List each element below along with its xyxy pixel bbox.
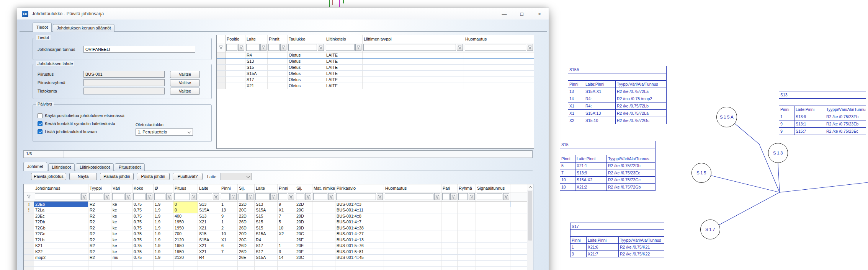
poista-johdin-button[interactable]: Poista johdin — [137, 173, 170, 180]
column-header-piirikaavio[interactable]: Piirikaavio — [335, 184, 384, 192]
filter-input-sij[interactable] — [296, 193, 304, 200]
filter-input-pinnit[interactable] — [268, 44, 280, 51]
cad-device-circle-s15[interactable]: S15 — [691, 163, 711, 183]
tab-liitinkotelotiedot[interactable]: Liitinkotelotiedot — [76, 163, 114, 171]
oletustaulukko-combobox[interactable]: 1. Perusluettelo — [136, 128, 193, 136]
column-header-pinnit[interactable]: Pinnit — [268, 35, 288, 43]
filter-funnel-button-sij[interactable] — [305, 193, 311, 200]
table-row[interactable]: K22R2ke0.751.91950X21726DS17320EBUS-001:… — [24, 249, 527, 255]
column-header-tyyppi[interactable]: Tyyppi — [88, 184, 111, 192]
valitse-button-piirustus[interactable]: Valitse — [170, 71, 200, 78]
filter-funnel-button-v-ri[interactable] — [125, 193, 131, 200]
table-row[interactable]: !23EbR2ke0.751.90S13122DS13922DBUS-001:4… — [24, 201, 527, 207]
column-header-johdintunnus[interactable]: Johdintunnus — [34, 184, 88, 192]
column-header-x[interactable]: Ø — [154, 184, 173, 192]
column-header-pituus[interactable]: Pituus — [173, 184, 198, 192]
filter-funnel-button-huomautus[interactable] — [527, 44, 533, 51]
filter-input-liittimen-tyyppi[interactable] — [363, 44, 456, 51]
cad-device-circle-s17[interactable]: S17 — [700, 220, 720, 239]
column-header-mat-nimike[interactable]: Mat. nimike — [312, 184, 335, 192]
filter-input-laite[interactable] — [199, 193, 212, 200]
table-row[interactable]: S13OletusLAITE — [217, 58, 534, 64]
p-ivit-johdotus-button[interactable]: Päivitä johdotus — [31, 173, 66, 180]
filter-funnel-button-liittimen-tyyppi[interactable] — [457, 44, 463, 51]
filter-funnel-button-laite[interactable] — [213, 193, 219, 200]
column-header-laite[interactable]: Laite — [198, 184, 220, 192]
column-header-koko[interactable]: Koko — [132, 184, 154, 192]
filter-input-piirikaavio[interactable] — [336, 193, 376, 200]
filter-input-laite[interactable] — [255, 193, 270, 200]
table-row[interactable] — [24, 267, 527, 270]
table-row[interactable]: 72GcR2ke0.751.9700S151020DS15AX220CBUS-0… — [24, 231, 527, 237]
table-row[interactable]: 72DbR2ke0.751.91950X21126DS15520DBUS-001… — [24, 219, 527, 225]
filter-funnel-button[interactable] — [25, 193, 33, 200]
source-field-piirustus[interactable] — [83, 71, 165, 78]
filter-funnel-button-mat-nimike[interactable] — [328, 193, 334, 200]
tab-johtimet[interactable]: Johtimet — [23, 162, 47, 171]
filter-funnel-button-johdintunnus[interactable] — [81, 193, 87, 200]
filter-funnel-button-ryhm[interactable] — [469, 193, 475, 200]
filter-funnel-button-taulukko[interactable] — [318, 44, 324, 51]
wire-table-scrollbar[interactable] — [527, 184, 533, 270]
filter-input-laite[interactable] — [246, 44, 260, 51]
n-yt-button[interactable]: Näytä — [69, 173, 97, 180]
filter-funnel-button-huomautus[interactable] — [434, 193, 440, 200]
column-header-v-ri[interactable]: Väri — [111, 184, 132, 192]
filter-input-ryhm[interactable] — [458, 193, 468, 200]
filter-funnel-button-laite[interactable] — [260, 44, 266, 51]
filter-funnel-button-positio[interactable] — [238, 44, 244, 51]
filter-input-pituus[interactable] — [174, 193, 190, 200]
scroll-up-icon[interactable] — [527, 184, 533, 190]
column-header-pinni[interactable]: Pinni — [220, 184, 238, 192]
filter-input-tyyppi[interactable] — [89, 193, 103, 200]
filter-funnel-button[interactable] — [218, 44, 225, 51]
table-row[interactable]: 23EcR2ke0.751.9400S13922DS15720DBUS-001:… — [24, 213, 527, 219]
column-header-signaalitunnus[interactable]: Signaalitunnus — [476, 184, 510, 192]
filter-funnel-button-tyyppi[interactable] — [104, 193, 110, 200]
filter-input-x[interactable] — [154, 193, 165, 200]
filter-input-sij[interactable] — [239, 193, 247, 200]
tab-tiedot[interactable]: Tiedot — [33, 23, 52, 32]
filter-funnel-button-laite[interactable] — [270, 193, 276, 200]
table-row[interactable]: S17OletusLAITE — [217, 76, 534, 83]
table-row[interactable]: R4OletusLAITE — [217, 52, 534, 58]
johdinsarjan-tunnus-input[interactable] — [83, 46, 195, 53]
source-field-tietokanta[interactable] — [83, 88, 165, 94]
filter-funnel-button-sij[interactable] — [247, 193, 253, 200]
filter-funnel-button-signaalitunnus[interactable] — [503, 193, 509, 200]
column-header-liitinkotelo[interactable]: Liitinkotelo — [325, 35, 363, 43]
checkbox-ker-kontaktit-symbolin-laitetiedoista[interactable] — [38, 121, 43, 126]
column-header-laite[interactable]: Laite — [245, 35, 268, 43]
filter-input-pari[interactable] — [442, 193, 450, 200]
puuttuvat-button[interactable]: Puuttuvat? — [173, 173, 203, 180]
filter-funnel-button-pinnit[interactable] — [280, 44, 286, 51]
filter-input-johdintunnus[interactable] — [35, 193, 80, 200]
column-header-huomautus[interactable]: Huomautus — [384, 184, 441, 192]
table-row[interactable]: 72LbR2ke0.751.92120S15AX120CR426EBUS-001… — [24, 237, 527, 243]
filter-input-pinni[interactable] — [221, 193, 230, 200]
filter-funnel-button-pinni[interactable] — [288, 193, 294, 200]
valitse-button-tietokanta[interactable]: Valitse — [170, 88, 200, 95]
filter-funnel-button-pari[interactable] — [450, 193, 456, 200]
cad-device-circle-s15a[interactable]: S15A — [716, 107, 737, 127]
filter-funnel-button-pinni[interactable] — [230, 193, 237, 200]
filter-funnel-button-x[interactable] — [166, 193, 172, 200]
palauta-johdin-button[interactable]: Palauta johdin — [100, 173, 134, 180]
scrollbar-thumb[interactable] — [528, 191, 532, 241]
filter-input-pinni[interactable] — [278, 193, 287, 200]
filter-input-mat-nimike[interactable] — [313, 193, 327, 200]
tab-pituustiedot[interactable]: Pituustiedot — [115, 163, 144, 171]
filter-input-huomautus[interactable] — [465, 44, 526, 51]
minimize-button[interactable]: — — [495, 8, 513, 20]
column-header-pinni[interactable]: Pinni — [278, 184, 295, 192]
column-header-taulukko[interactable]: Taulukko — [288, 35, 325, 43]
filter-input-huomautus[interactable] — [385, 193, 433, 200]
filter-funnel-button-liitinkotelo[interactable] — [355, 44, 361, 51]
table-row[interactable]: !72LaR2ke0.751.90S15A1320CS15AX120CBUS-0… — [24, 207, 527, 213]
checkbox-lis-johdintaulukot-kuvaan[interactable] — [38, 129, 43, 134]
column-header-ryhm[interactable]: Ryhmä — [458, 184, 476, 192]
column-header-pari[interactable]: Pari — [441, 184, 458, 192]
tab-johdotuksen-keruun-s-nn-t[interactable]: Johdotuksen keruun säännöt — [53, 24, 114, 32]
column-header-positio[interactable]: Positio — [226, 35, 245, 43]
cad-device-circle-s13[interactable]: S13 — [768, 143, 788, 163]
